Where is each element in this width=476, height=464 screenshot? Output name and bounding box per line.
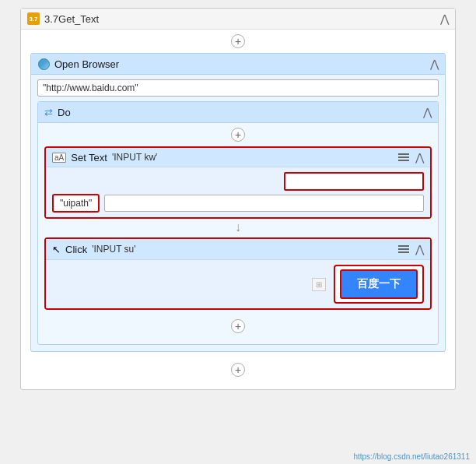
plus-icon-bottom: + (235, 364, 241, 375)
click-title: Click (65, 244, 87, 255)
globe-icon (37, 58, 50, 70)
url-input[interactable] (37, 79, 439, 97)
set-text-menu-icon[interactable] (398, 153, 409, 161)
plus-icon-top: + (235, 36, 241, 47)
add-button-bottom[interactable]: + (231, 363, 245, 377)
title-text: 3.7Get_Text (44, 13, 99, 25)
click-cursor-icon: ↖ (52, 244, 61, 255)
value-input-field[interactable] (104, 195, 424, 212)
add-button-top[interactable]: + (231, 34, 245, 48)
set-text-collapse-icon[interactable]: ⋀ (415, 151, 424, 163)
do-collapse-icon[interactable]: ⋀ (423, 106, 432, 118)
set-text-red-wrapper: aA Set Text 'INPUT kw' ⋀ (44, 146, 432, 219)
do-block-header: ⇄ Do ⋀ (38, 102, 438, 123)
click-menu-icon[interactable] (398, 245, 409, 253)
down-arrow-icon: ↓ (235, 220, 241, 234)
set-text-type-icon: aA (52, 153, 66, 163)
connector-row: ↓ (44, 219, 432, 236)
set-text-body: "uipath" (46, 167, 430, 217)
do-icon: ⇄ (44, 107, 53, 118)
add-btn-do-bottom: + (44, 315, 432, 338)
set-text-block: aA Set Text 'INPUT kw' ⋀ (46, 148, 430, 217)
plus-icon-do-top: + (235, 129, 241, 140)
value-row: "uipath" (52, 194, 424, 213)
uipath-value-text: "uipath" (60, 198, 92, 209)
open-browser-title: Open Browser (54, 58, 119, 70)
add-btn-top: + (21, 30, 455, 53)
add-btn-do-top: + (44, 123, 432, 146)
do-block-content: + aA Set Text 'INPUT kw' (38, 123, 438, 344)
click-selector-row: ⊞ 百度一下 (52, 265, 424, 304)
input-selector-row (52, 172, 424, 191)
title-icon: 3.7 (27, 12, 40, 25)
open-browser-header: Open Browser ⋀ (31, 54, 445, 75)
click-block-body: ⊞ 百度一下 (46, 260, 430, 308)
open-browser-block: Open Browser ⋀ ⇄ Do ⋀ + (30, 53, 446, 352)
click-block-header: ↖ Click 'INPUT su' ⋀ (46, 239, 430, 260)
baidu-btn-container: 百度一下 (334, 265, 424, 304)
main-container: 3.7 3.7Get_Text ⋀ + Open Browser ⋀ (20, 8, 456, 390)
click-selector-display: 'INPUT su' (92, 244, 135, 255)
click-collapse-icon[interactable]: ⋀ (415, 243, 424, 255)
img-placeholder-icon: ⊞ (312, 278, 326, 291)
do-title: Do (58, 107, 71, 118)
add-btn-bottom: + (21, 358, 455, 381)
add-button-do-bottom[interactable]: + (231, 319, 245, 333)
url-row (31, 75, 445, 101)
add-button-do-top[interactable]: + (231, 128, 245, 142)
title-collapse-icon[interactable]: ⋀ (440, 12, 449, 25)
set-text-title: Set Text (71, 152, 107, 163)
selector-input-field[interactable] (284, 172, 424, 191)
plus-icon-do-bottom: + (235, 321, 241, 332)
baidu-search-button[interactable]: 百度一下 (340, 269, 418, 299)
title-bar: 3.7 3.7Get_Text ⋀ (21, 9, 455, 30)
set-text-selector-display: 'INPUT kw' (112, 152, 157, 163)
watermark: https://blog.csdn.net/liutao261311 (353, 452, 470, 461)
do-block: ⇄ Do ⋀ + aA (37, 101, 439, 345)
set-text-header: aA Set Text 'INPUT kw' ⋀ (46, 148, 430, 167)
uipath-value-box: "uipath" (52, 194, 100, 213)
open-browser-collapse-icon[interactable]: ⋀ (430, 58, 439, 70)
click-block-red-wrapper: ↖ Click 'INPUT su' ⋀ (44, 237, 432, 310)
